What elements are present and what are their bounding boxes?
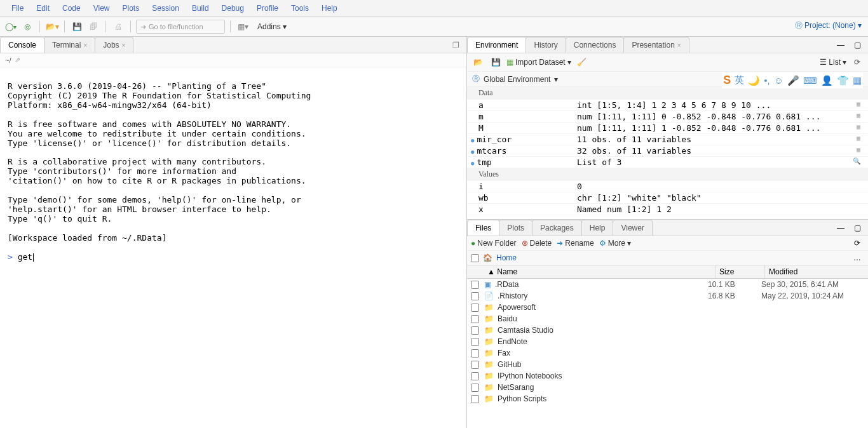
- print-icon[interactable]: 🖨: [111, 20, 125, 34]
- new-project-icon[interactable]: ◎: [20, 20, 34, 34]
- tab-jobs[interactable]: Jobs×: [95, 37, 133, 53]
- home-icon[interactable]: 🏠: [483, 253, 492, 262]
- open-file-icon[interactable]: 📂▾: [45, 20, 59, 34]
- menu-build[interactable]: Build: [186, 2, 215, 15]
- ime-lang-icon[interactable]: 英: [735, 74, 744, 86]
- home-link[interactable]: Home: [496, 253, 517, 262]
- addins-dropdown[interactable]: Addins ▾: [252, 20, 292, 33]
- more-button[interactable]: ⚙More ▾: [599, 239, 631, 248]
- grid-icon[interactable]: ▦▾: [236, 20, 250, 34]
- console-output[interactable]: R version 3.6.0 (2019-04-26) -- "Plantin…: [0, 67, 466, 428]
- file-row[interactable]: 📁NetSarang: [467, 382, 868, 393]
- env-row[interactable]: aint [1:5, 1:4] 1 2 3 4 5 6 7 8 9 10 ...…: [467, 100, 868, 111]
- ime-mic-icon[interactable]: 🎤: [787, 75, 799, 86]
- grid-icon[interactable]: ▦: [857, 135, 860, 142]
- menu-profile[interactable]: Profile: [250, 2, 285, 15]
- file-name[interactable]: GitHub: [498, 360, 704, 369]
- file-checkbox[interactable]: [471, 281, 479, 289]
- env-row[interactable]: wbchr [1:2] "white" "black": [467, 192, 868, 204]
- rename-button[interactable]: ➜Rename: [557, 239, 593, 248]
- load-workspace-icon[interactable]: 📂: [471, 55, 485, 69]
- file-row[interactable]: 📁Python Scripts: [467, 393, 868, 405]
- file-name[interactable]: Baidu: [498, 314, 704, 323]
- close-icon[interactable]: ×: [122, 42, 126, 49]
- file-checkbox[interactable]: [471, 292, 479, 300]
- new-file-icon[interactable]: ◯▾: [4, 20, 18, 34]
- delete-button[interactable]: ⊗Delete: [522, 239, 552, 248]
- file-name[interactable]: Fax: [498, 349, 704, 358]
- menu-code[interactable]: Code: [56, 2, 87, 15]
- env-row[interactable]: Mnum [1:11, 1:11] 1 -0.852 -0.848 -0.776…: [467, 123, 868, 134]
- ime-grid-icon[interactable]: ▦: [853, 75, 862, 86]
- menu-session[interactable]: Session: [146, 2, 186, 15]
- file-checkbox[interactable]: [471, 304, 479, 312]
- file-row[interactable]: 📁GitHub: [467, 359, 868, 370]
- close-icon[interactable]: ×: [83, 42, 87, 49]
- grid-icon[interactable]: ▦: [857, 123, 860, 130]
- save-icon[interactable]: 💾: [70, 20, 84, 34]
- ime-keyboard-icon[interactable]: ⌨: [803, 75, 817, 86]
- ime-logo-icon[interactable]: S: [723, 74, 731, 87]
- file-row[interactable]: 📁Baidu: [467, 313, 868, 324]
- ime-user-icon[interactable]: 👤: [821, 75, 833, 86]
- clear-env-icon[interactable]: 🧹: [575, 55, 589, 69]
- tab-console[interactable]: Console: [0, 37, 44, 53]
- ime-toolbar[interactable]: S 英 🌙 •, ☺ 🎤 ⌨ 👤 👕 ▦: [722, 72, 863, 88]
- env-row[interactable]: mir_cor11 obs. of 11 variables▦: [467, 134, 868, 145]
- file-row[interactable]: 📁Camtasia Studio: [467, 324, 868, 336]
- minimize-icon[interactable]: —: [834, 38, 848, 52]
- col-size[interactable]: Size: [715, 265, 765, 278]
- menu-view[interactable]: View: [87, 2, 116, 15]
- minimize-icon[interactable]: —: [834, 221, 848, 235]
- select-all-checkbox[interactable]: [471, 254, 479, 262]
- more-path-icon[interactable]: …: [850, 251, 864, 265]
- menu-file[interactable]: File: [5, 2, 30, 15]
- tab-help[interactable]: Help: [581, 220, 614, 236]
- ime-skin-icon[interactable]: 👕: [837, 75, 849, 86]
- tab-viewer[interactable]: Viewer: [613, 220, 652, 236]
- file-name[interactable]: .RData: [495, 280, 704, 289]
- env-row[interactable]: i0: [467, 181, 868, 192]
- file-checkbox[interactable]: [471, 372, 479, 380]
- file-name[interactable]: NetSarang: [498, 383, 704, 392]
- console-popout-icon[interactable]: ⇗: [15, 56, 20, 64]
- file-name[interactable]: Camtasia Studio: [498, 326, 704, 335]
- menu-debug[interactable]: Debug: [215, 2, 250, 15]
- tab-files[interactable]: Files: [467, 220, 499, 236]
- menu-edit[interactable]: Edit: [30, 2, 56, 15]
- tab-packages[interactable]: Packages: [532, 220, 582, 236]
- grid-icon[interactable]: ▦: [857, 112, 860, 119]
- ime-emoji-icon[interactable]: ☺: [774, 75, 783, 86]
- file-checkbox[interactable]: [471, 384, 479, 392]
- tab-connections[interactable]: Connections: [566, 37, 625, 53]
- file-checkbox[interactable]: [471, 349, 479, 358]
- ime-comma-icon[interactable]: •,: [764, 75, 770, 86]
- file-row[interactable]: 📄.Rhistory16.8 KBMay 22, 2019, 10:24 AM: [467, 290, 868, 302]
- file-row[interactable]: ▣.RData10.1 KBSep 30, 2015, 6:41 AM: [467, 279, 868, 290]
- env-row[interactable]: xNamed num [1:2] 1 2: [467, 204, 868, 215]
- save-workspace-icon[interactable]: 💾: [489, 55, 503, 69]
- file-name[interactable]: Apowersoft: [498, 303, 704, 312]
- file-name[interactable]: .Rhistory: [498, 291, 704, 300]
- tab-terminal[interactable]: Terminal×: [44, 37, 95, 53]
- project-selector[interactable]: Ⓡ Project: (None) ▾: [795, 20, 862, 31]
- col-name[interactable]: ▲ Name: [467, 265, 715, 278]
- file-row[interactable]: 📁EndNote: [467, 336, 868, 347]
- file-name[interactable]: IPython Notebooks: [498, 371, 704, 380]
- menu-tools[interactable]: Tools: [285, 2, 315, 15]
- close-icon[interactable]: ×: [677, 42, 681, 49]
- refresh-icon[interactable]: ⟳: [850, 236, 864, 250]
- file-checkbox[interactable]: [471, 326, 479, 335]
- import-dataset-button[interactable]: ▦Import Dataset ▾: [506, 58, 571, 67]
- grid-icon[interactable]: ▦: [857, 100, 860, 107]
- tab-history[interactable]: History: [526, 37, 566, 53]
- env-row[interactable]: tmpList of 3🔍: [467, 157, 868, 168]
- menu-help[interactable]: Help: [315, 2, 344, 15]
- env-row[interactable]: mtcars32 obs. of 11 variables▦: [467, 145, 868, 157]
- grid-icon[interactable]: ▦: [857, 146, 860, 153]
- maximize-icon[interactable]: ▢: [850, 221, 864, 235]
- tab-plots[interactable]: Plots: [499, 220, 532, 236]
- maximize-icon[interactable]: ▢: [850, 38, 864, 52]
- env-row[interactable]: mnum [1:11, 1:11] 0 -0.852 -0.848 -0.776…: [467, 111, 868, 123]
- window-icon[interactable]: ❐: [449, 38, 463, 52]
